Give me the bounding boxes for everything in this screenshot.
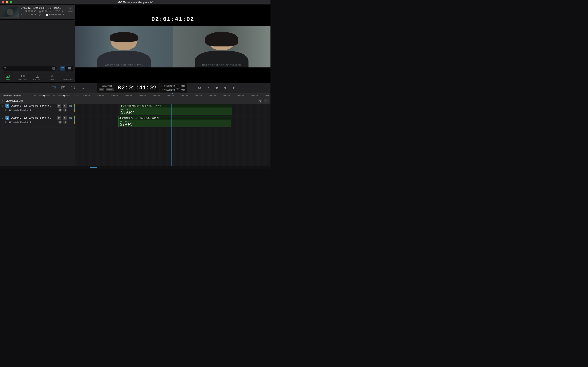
media-icon (5, 75, 10, 78)
na-badge[interactable]: N/A (99, 88, 104, 91)
link-icon-b (119, 117, 121, 119)
atmos-badge[interactable]: Atmos (106, 88, 114, 91)
rec-a-icon[interactable]: 📹 (69, 104, 72, 107)
mute-b-button[interactable]: M (57, 116, 61, 120)
expand-track-a[interactable]: ▶ (2, 105, 4, 107)
track-headers: ▶ A JASMINE_720p_2398_R1_2_ProRe... M S … (0, 104, 75, 166)
solo-audio-b[interactable]: S (63, 121, 67, 124)
offset-a: 00:00 (180, 85, 185, 87)
ruler-tick-label: 01:59:00:00 (97, 95, 106, 97)
time-ruler[interactable]: 0:00 01:58:30:00 01:59:00:00 01:59:30:00… (75, 93, 270, 98)
solo-a-button[interactable]: S (63, 104, 67, 108)
left-panel: JASMINE_720p_2398_R1_2_ProRes422L... 01:… (0, 5, 75, 83)
rewind-icon (215, 86, 218, 90)
rewind-button[interactable] (214, 85, 219, 90)
expand-audio-b[interactable]: ▶ (5, 121, 7, 123)
rec-b-icon[interactable]: 📹 (69, 116, 72, 119)
skip-back-button[interactable] (206, 85, 210, 90)
fullscreen-button[interactable] (70, 85, 76, 90)
offset-b: 00:00 (180, 89, 185, 91)
svg-rect-0 (61, 67, 62, 68)
media-thumbnail (2, 7, 19, 17)
expand-audio-a[interactable]: ▶ (5, 109, 7, 111)
grid-icon (61, 67, 64, 70)
ruler-tick-label: 0:00 (75, 95, 79, 97)
clear-filter-button[interactable]: × (52, 67, 55, 70)
media-codec: Pro Res 422 LT (49, 13, 64, 16)
channel-badge-b[interactable]: B (5, 116, 9, 120)
timeline-name[interactable]: unnamed timeline (0, 94, 33, 97)
popout-icon (69, 8, 72, 10)
solo-b-button[interactable]: S (63, 116, 67, 120)
horizontal-scrollbar[interactable] (0, 166, 270, 169)
ruler-tick-label: 02:02:00:00 (181, 95, 190, 97)
single-mode-button[interactable] (61, 85, 66, 90)
waveform-zoom-slider[interactable] (39, 95, 50, 96)
transport-controls (197, 85, 236, 90)
svg-rect-2 (61, 69, 62, 69)
grid-view-button[interactable] (59, 66, 65, 71)
expand-track-b[interactable]: ▶ (2, 117, 4, 119)
playhead-marker[interactable] (171, 93, 173, 94)
solo-audio-a[interactable]: S (63, 108, 67, 112)
picture-start-b: PICTURE START (120, 121, 133, 126)
ruler-tick-label: 02:01:30:00 (167, 95, 176, 97)
mute-audio-b[interactable]: M (58, 121, 62, 124)
popout-button[interactable] (68, 7, 73, 12)
ruler-tick-label: 02:00:30:00 (139, 95, 148, 97)
filter-events-button[interactable] (264, 99, 269, 103)
tab-daw[interactable]: DAW (45, 73, 60, 82)
main-timecode[interactable]: 02:01:41:02 (115, 83, 159, 93)
forward-button[interactable] (223, 85, 227, 90)
loop-button[interactable] (197, 85, 202, 90)
tab-properties[interactable]: PROPERTIES (60, 73, 75, 82)
media-audio-ch: 1 (42, 13, 43, 16)
ruler-tick-label: 02:04:30:00 (251, 95, 260, 97)
play-button[interactable] (231, 85, 236, 90)
ruler-tick-label: 02:03:00:00 (209, 95, 218, 97)
video-frame-b: NOT FOR SALE OR CIRCULATON (173, 26, 271, 67)
ruler-tick-label: 01:58:30:00 (83, 95, 92, 97)
svg-rect-1 (62, 67, 64, 68)
tab-timelines[interactable]: TIMELINES (15, 73, 30, 82)
fullscreen-icon (70, 86, 75, 90)
resolution-icon (50, 10, 52, 12)
media-duration: 00:03:59:12 (25, 13, 36, 16)
compare-mode-button[interactable]: AB (51, 85, 57, 90)
svg-rect-4 (68, 67, 71, 68)
lane-a: JASMINE_720p_2398_R1_2_ProRes422LT_TC PI… (75, 104, 270, 116)
filter-input[interactable]: × (2, 66, 57, 71)
play-icon (232, 86, 236, 90)
media-item[interactable]: JASMINE_720p_2398_R1_2_ProRes422L... 01:… (0, 5, 75, 20)
horizontal-zoom-slider[interactable] (58, 95, 70, 96)
track-lanes[interactable]: JASMINE_720p_2398_R1_2_ProRes422LT_TC PI… (75, 104, 270, 166)
mute-audio-a[interactable]: M (58, 108, 62, 112)
forward-icon (223, 86, 227, 90)
mode-buttons: AB (51, 85, 85, 90)
svg-text:B: B (55, 87, 56, 89)
skip-back-icon (206, 86, 210, 90)
add-event-button[interactable] (258, 99, 262, 103)
svg-rect-6 (68, 69, 71, 70)
video-frame[interactable]: NOT FOR SALE OR CIRCULATON NOT FOR SALE … (75, 26, 270, 67)
visual-events-row: ▶ VISUAL EVENTS (0, 98, 270, 104)
start-tc-icon (21, 10, 24, 12)
settings-button[interactable] (79, 85, 85, 90)
tc-left-info: 00:00:00:00 N/A Atmos (97, 83, 115, 93)
tab-project[interactable]: PROJECT (30, 73, 45, 82)
list-view-button[interactable] (67, 66, 72, 71)
collapse-arrow-icon[interactable]: ▶ (2, 100, 4, 102)
audio-label-a: AUDIO TRACKS: (13, 109, 28, 111)
lane-b: JASMINE_720p_2398_R1_2_ProRes422LT_TC PI… (75, 116, 270, 128)
minus-button[interactable]: − (176, 84, 179, 87)
clip-b[interactable]: JASMINE_720p_2398_R1_2_ProRes422LT_TC PI… (118, 116, 231, 127)
scrollbar-thumb[interactable] (90, 167, 97, 168)
tab-media[interactable]: MEDIA (0, 73, 15, 82)
single-icon (61, 86, 66, 90)
plus-button[interactable]: + (176, 88, 179, 91)
channel-badge-a[interactable]: A (5, 104, 9, 108)
mute-a-button[interactable]: M (57, 104, 61, 108)
clip-a[interactable]: JASMINE_720p_2398_R1_2_ProRes422LT_TC PI… (120, 104, 232, 115)
svg-text:A: A (53, 87, 54, 89)
media-resolution: 1280x720 (53, 10, 63, 12)
